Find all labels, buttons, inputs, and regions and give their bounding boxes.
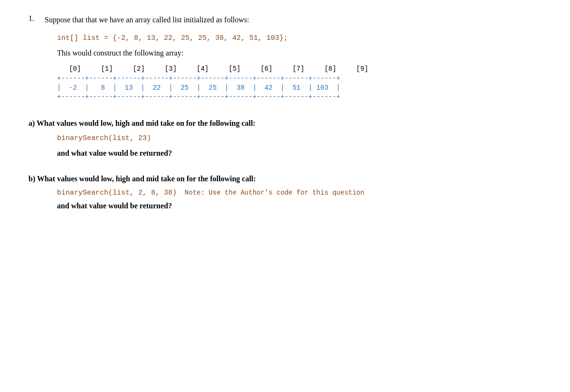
array-init-code: int[] list = {-2, 8, 13, 22, 25, 25, 38,… — [57, 34, 542, 42]
part-a-code: binarySearch(list, 23) — [57, 134, 542, 142]
array-bottom-border: +------+------+------+------+------+----… — [57, 93, 542, 102]
part-b-note: Note: Use the Author's code for this que… — [177, 189, 364, 196]
part-b-and-what: and what value would be returned? — [57, 202, 542, 210]
this-would-text: This would construct the following array… — [57, 49, 542, 57]
part-b-label: b) What values would low, high and mid t… — [28, 175, 542, 183]
part-b-section: b) What values would low, high and mid t… — [28, 175, 542, 210]
array-indices: [0] [1] [2] [3] [4] [5] [6] [7] [8] [9] — [57, 64, 542, 74]
part-a-label: a) What values would low, high and mid t… — [28, 119, 542, 128]
part-a-section: a) What values would low, high and mid t… — [28, 119, 542, 158]
part-b-code: binarySearch(list, 2, 8, 38) — [57, 189, 177, 197]
question-intro: Suppose that that we have an array calle… — [45, 14, 249, 26]
array-visualization: [0] [1] [2] [3] [4] [5] [6] [7] [8] [9] … — [57, 64, 542, 102]
question-number: 1. — [28, 14, 40, 23]
array-top-border: +------+------+------+------+------+----… — [57, 74, 542, 84]
array-values-row: | -2 | 8 | 13 | 22 | 25 | 25 | 38 | 42 |… — [57, 84, 542, 93]
question-container: 1. Suppose that that we have an array ca… — [28, 14, 542, 26]
part-b-code-note: binarySearch(list, 2, 8, 38) Note: Use t… — [57, 189, 542, 197]
part-a-and-what: and what value would be returned? — [57, 149, 542, 158]
